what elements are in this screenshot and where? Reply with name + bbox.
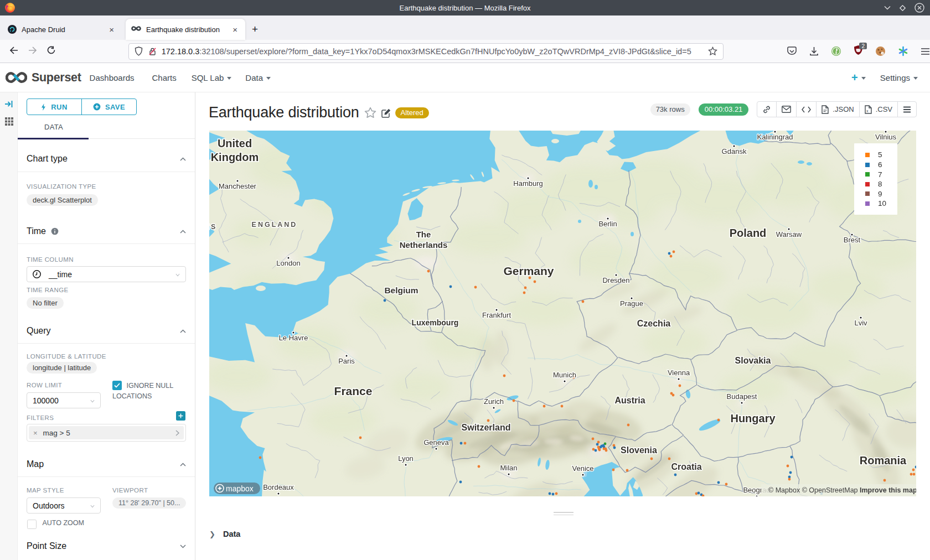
- svg-text:Prague: Prague: [620, 299, 643, 308]
- svg-text:Hungary: Hungary: [730, 412, 776, 424]
- svg-text:6: 6: [878, 160, 882, 169]
- svg-text:ES: ES: [209, 223, 217, 231]
- svg-text:8: 8: [878, 180, 882, 188]
- svg-text:Bordeaux: Bordeaux: [263, 483, 294, 491]
- svg-text:United: United: [218, 137, 252, 149]
- svg-text:Vienna: Vienna: [668, 369, 690, 377]
- svg-text:Poland: Poland: [730, 227, 767, 239]
- svg-text:x: x: [866, 109, 869, 113]
- svg-text:Le Havre: Le Havre: [279, 334, 308, 342]
- svg-text:France: France: [334, 385, 373, 397]
- svg-text:Milan: Milan: [500, 464, 517, 472]
- svg-text:Venice: Venice: [572, 464, 593, 473]
- svg-text:Kaliningrad: Kaliningrad: [757, 133, 793, 141]
- svg-text:Switzerland: Switzerland: [462, 423, 511, 432]
- svg-text:Brest: Brest: [844, 236, 861, 244]
- svg-text:Frankfurt: Frankfurt: [482, 311, 511, 319]
- svg-text:Czechia: Czechia: [637, 319, 671, 328]
- svg-text:Manchester: Manchester: [219, 182, 257, 190]
- svg-text:9: 9: [878, 190, 882, 198]
- svg-text:Geneva: Geneva: [423, 438, 449, 447]
- svg-text:Luxembourg: Luxembourg: [412, 318, 459, 327]
- svg-text:Slovakia: Slovakia: [735, 356, 771, 365]
- svg-text:Gdansk: Gdansk: [722, 147, 747, 155]
- svg-text:Munich: Munich: [553, 371, 576, 379]
- svg-text:Austria: Austria: [614, 396, 645, 405]
- svg-text:Paris: Paris: [338, 357, 355, 365]
- svg-text:10: 10: [878, 199, 886, 208]
- svg-text:mapbox: mapbox: [226, 484, 254, 493]
- svg-text:The: The: [416, 230, 431, 239]
- svg-text:Berlin: Berlin: [598, 220, 617, 228]
- svg-text:Zurich: Zurich: [484, 397, 504, 406]
- svg-text:London: London: [276, 259, 300, 267]
- svg-text:Croatia: Croatia: [671, 462, 701, 471]
- svg-text:Lviv: Lviv: [854, 319, 867, 327]
- svg-text:Netherlands: Netherlands: [400, 240, 448, 250]
- svg-text:Romania: Romania: [860, 454, 907, 466]
- svg-text:7: 7: [878, 170, 882, 179]
- svg-text:5: 5: [878, 151, 882, 159]
- svg-text:Vilnius: Vilnius: [875, 133, 897, 141]
- svg-text:© Mapbox © OpenStreetMap Impro: © Mapbox © OpenStreetMap Improve this ma…: [768, 486, 916, 494]
- svg-text:Belgium: Belgium: [384, 286, 418, 295]
- svg-text:Dresden: Dresden: [602, 276, 629, 284]
- svg-text:Budapest: Budapest: [727, 392, 757, 401]
- svg-text:ENGLAND: ENGLAND: [252, 221, 298, 229]
- svg-text:Warsaw: Warsaw: [776, 230, 802, 238]
- svg-text:Germany: Germany: [503, 265, 554, 277]
- svg-text:Kingdom: Kingdom: [211, 151, 259, 163]
- svg-text:Lyon: Lyon: [398, 454, 414, 463]
- svg-text:Slovenia: Slovenia: [621, 445, 657, 455]
- svg-text:Hamburg: Hamburg: [513, 179, 542, 188]
